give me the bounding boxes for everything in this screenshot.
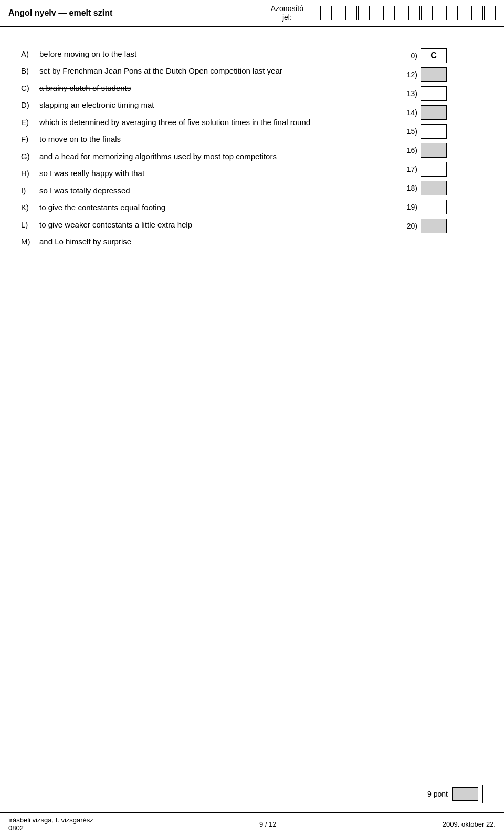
option-text-8: so I was totally depressed (39, 185, 383, 197)
answer-box-filled-3[interactable] (421, 105, 447, 120)
id-box-10[interactable] (434, 6, 445, 20)
id-box-6[interactable] (383, 6, 395, 20)
option-row-9: K)to give the contestants equal footing (21, 202, 383, 214)
option-letter-8: I) (21, 185, 39, 197)
id-box-11[interactable] (446, 6, 458, 20)
option-row-5: F)to move on to the finals (21, 133, 383, 146)
id-box-13[interactable] (471, 6, 483, 20)
answer-row-0: 0)C (399, 48, 483, 63)
answer-row-4: 15) (399, 124, 483, 139)
option-letter-4: E) (21, 117, 39, 129)
option-text-11: and Lo himself by surprise (39, 236, 383, 248)
option-row-11: M)and Lo himself by surprise (21, 236, 383, 248)
answer-box-filled-7[interactable] (421, 181, 447, 195)
header: Angol nyelv — emelt szint Azonosító jel: (0, 0, 504, 27)
footer-date: 2009. október 22. (443, 820, 496, 828)
main-content: A)before moving on to the lastB)set by F… (0, 27, 504, 264)
answer-box-filled-9[interactable] (421, 219, 447, 233)
option-text-2: a brainy clutch of students (39, 83, 383, 95)
answer-box-4[interactable] (421, 124, 447, 139)
option-letter-9: K) (21, 202, 39, 214)
answer-number-1: 12) (399, 70, 417, 79)
option-row-10: L)to give weaker contestants a little ex… (21, 219, 383, 231)
option-letter-5: F) (21, 133, 39, 146)
option-text-6: and a head for memorizing algorithms use… (39, 151, 383, 163)
footer: írásbeli vizsga, I. vizsgarész 0802 9 / … (0, 812, 504, 835)
answer-row-2: 13) (399, 86, 483, 101)
answer-number-5: 16) (399, 146, 417, 154)
option-text-3: slapping an electronic timing mat (39, 99, 383, 111)
option-text-5: to move on to the finals (39, 133, 383, 146)
answer-box-filled-1[interactable] (421, 67, 447, 82)
id-box-9[interactable] (421, 6, 433, 20)
answer-number-3: 14) (399, 108, 417, 117)
points-section: 9 pont (423, 785, 483, 803)
answer-box-6[interactable] (421, 162, 447, 177)
answer-row-1: 12) (399, 67, 483, 82)
exam-type: írásbeli vizsga, I. vizsgarész (8, 816, 93, 824)
points-box[interactable] (452, 787, 478, 801)
answer-row-6: 17) (399, 162, 483, 177)
option-row-3: D)slapping an electronic timing mat (21, 99, 383, 111)
answer-row-5: 16) (399, 143, 483, 158)
answer-box-8[interactable] (421, 200, 447, 214)
option-text-9: to give the contestants equal footing (39, 202, 383, 214)
option-text-10: to give weaker contestants a little extr… (39, 219, 383, 231)
answer-number-9: 20) (399, 222, 417, 230)
option-text-7: so I was really happy with that (39, 168, 383, 180)
answer-section: 0)C12)13)14)15)16)17)18)19)20) (399, 48, 483, 253)
option-row-6: G)and a head for memorizing algorithms u… (21, 151, 383, 163)
answer-row-3: 14) (399, 105, 483, 120)
answer-number-6: 17) (399, 165, 417, 173)
answer-number-2: 13) (399, 89, 417, 98)
header-title: Angol nyelv — emelt szint (8, 8, 112, 18)
id-box-8[interactable] (408, 6, 420, 20)
option-text-4: which is determined by averaging three o… (39, 117, 383, 129)
option-letter-0: A) (21, 48, 39, 60)
id-box-1[interactable] (320, 6, 332, 20)
option-row-2: C)a brainy clutch of students (21, 83, 383, 95)
id-box-12[interactable] (459, 6, 470, 20)
answer-box-example: C (421, 48, 447, 63)
option-row-8: I)so I was totally depressed (21, 185, 383, 197)
answer-row-9: 20) (399, 219, 483, 233)
answer-row-8: 19) (399, 200, 483, 214)
id-box-7[interactable] (396, 6, 407, 20)
option-row-4: E)which is determined by averaging three… (21, 117, 383, 129)
answer-box-2[interactable] (421, 86, 447, 101)
option-row-1: B)set by Frenchman Jean Pons at the Dutc… (21, 65, 383, 77)
footer-code: 0802 (8, 824, 93, 832)
answer-number-8: 19) (399, 203, 417, 211)
footer-page: 9 / 12 (259, 820, 277, 828)
option-row-0: A)before moving on to the last (21, 48, 383, 60)
answer-row-7: 18) (399, 181, 483, 195)
option-letter-11: M) (21, 236, 39, 248)
id-boxes (308, 6, 496, 20)
header-right: Azonosító jel: (271, 4, 496, 22)
option-row-7: H)so I was really happy with that (21, 168, 383, 180)
option-letter-2: C) (21, 83, 39, 95)
footer-left: írásbeli vizsga, I. vizsgarész 0802 (8, 816, 93, 832)
option-text-0: before moving on to the last (39, 48, 383, 60)
option-text-1: set by Frenchman Jean Pons at the Dutch … (39, 65, 383, 77)
answer-box-filled-5[interactable] (421, 143, 447, 158)
points-label: 9 pont (427, 790, 448, 798)
azonosito-label: Azonosító jel: (271, 4, 303, 22)
answer-number-0: 0) (399, 51, 417, 60)
options-section: A)before moving on to the lastB)set by F… (21, 48, 383, 253)
id-box-3[interactable] (345, 6, 357, 20)
id-box-0[interactable] (308, 6, 319, 20)
answer-number-4: 15) (399, 127, 417, 136)
id-box-14[interactable] (484, 6, 496, 20)
option-letter-1: B) (21, 65, 39, 77)
option-letter-10: L) (21, 219, 39, 231)
option-letter-7: H) (21, 168, 39, 180)
id-box-5[interactable] (371, 6, 382, 20)
id-box-2[interactable] (333, 6, 344, 20)
id-box-4[interactable] (358, 6, 370, 20)
option-letter-3: D) (21, 99, 39, 111)
option-letter-6: G) (21, 151, 39, 163)
answer-number-7: 18) (399, 184, 417, 192)
